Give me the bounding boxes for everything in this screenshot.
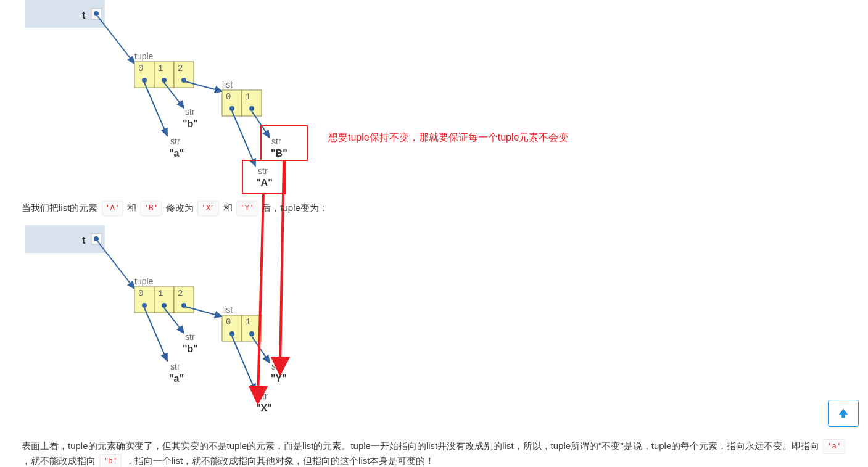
- var-t-label-2: t: [82, 235, 86, 246]
- str-label-B: str: [271, 136, 281, 146]
- svg-point-24: [249, 331, 254, 336]
- p2-t3: ，指向一个list，就不能改成指向其他对象，但指向的这个list本身是可变的！: [125, 455, 435, 466]
- list-cells: 0 1: [222, 90, 262, 116]
- list-idx-0: 0: [226, 92, 231, 102]
- list2-idx-0: 0: [226, 317, 231, 327]
- str-val-a: "a": [169, 148, 184, 159]
- str-val-a-2: "a": [169, 373, 184, 384]
- diagram-2: t tuple 0 1 2 str "b" str "a" list 0: [25, 225, 287, 413]
- svg-point-9: [249, 106, 254, 111]
- str-label-a-2: str: [170, 362, 180, 371]
- scroll-top-button[interactable]: [828, 400, 859, 427]
- arrow-t-tuple: [97, 16, 134, 64]
- str-val-b: "b": [183, 118, 198, 129]
- tuple-label-2: tuple: [134, 276, 154, 286]
- tuple2-idx-0: 0: [138, 289, 143, 299]
- p1-t2: 和: [127, 202, 136, 213]
- svg-point-10: [94, 236, 99, 241]
- svg-line-11: [97, 241, 134, 289]
- svg-point-8: [229, 106, 234, 111]
- str-val-X: "X": [256, 403, 272, 413]
- p2-t2: ，就不能改成指向: [22, 455, 96, 466]
- svg-rect-2: [174, 62, 194, 88]
- code-B: 'B': [140, 201, 162, 216]
- page: t tuple 0 1 2 str: [0, 0, 868, 467]
- paragraph-2: 表面上看，tuple的元素确实变了，但其实变的不是tuple的元素，而是list…: [22, 439, 851, 467]
- p1-t4: 和: [223, 202, 233, 213]
- svg-point-3: [142, 78, 147, 83]
- tuple-cells: 0 1 2: [134, 62, 194, 88]
- tuple-idx-0: 0: [138, 64, 143, 73]
- str-val-b-2: "b": [183, 344, 198, 354]
- arrow-tuple0-a: [144, 83, 167, 136]
- svg-rect-1: [154, 62, 174, 88]
- tuple-idx-1: 1: [158, 64, 163, 73]
- red-arrow-A-to-X: [258, 194, 263, 398]
- svg-line-18: [144, 308, 167, 361]
- tuple2-idx-1: 1: [158, 289, 163, 299]
- svg-point-4: [162, 78, 167, 83]
- str-label-a: str: [170, 136, 180, 146]
- list-label: list: [222, 80, 233, 89]
- diagram-1: t tuple 0 1 2 str: [25, 0, 307, 194]
- p1-t5: 后，tuple变为：: [262, 202, 328, 213]
- str-label-b: str: [185, 107, 195, 117]
- svg-line-25: [232, 336, 255, 391]
- code-A: 'A': [102, 201, 123, 216]
- str-label-A: str: [258, 166, 268, 176]
- tuple-idx-2: 2: [178, 64, 183, 73]
- diagram-layer: t tuple 0 1 2 str: [0, 0, 868, 467]
- svg-point-15: [142, 303, 147, 308]
- code-a-lc: 'a': [823, 439, 845, 454]
- var-t-label: t: [82, 10, 86, 20]
- list-idx-1: 1: [246, 92, 250, 102]
- svg-rect-14: [174, 287, 194, 313]
- arrow-list0-A: [232, 111, 255, 166]
- svg-point-16: [162, 303, 167, 308]
- var-t-dot: [94, 11, 99, 16]
- str-val-Y: "Y": [271, 373, 287, 384]
- str-val-B: "B": [271, 148, 287, 159]
- red-arrow-B-to-Y: [280, 160, 284, 369]
- list2-idx-1: 1: [246, 317, 250, 327]
- tuple2-idx-2: 2: [178, 289, 183, 299]
- list-label-2: list: [222, 305, 233, 315]
- svg-point-23: [229, 331, 234, 336]
- str-val-A: "A": [256, 178, 273, 188]
- paragraph-1: 当我们把list的元素 'A' 和 'B' 修改为 'X' 和 'Y' 后，tu…: [22, 201, 848, 216]
- p1-t1: 当我们把list的元素: [22, 202, 97, 213]
- p2-t1: 表面上看，tuple的元素确实变了，但其实变的不是tuple的元素，而是list…: [22, 440, 819, 451]
- annotation-text: 想要tuple保持不变，那就要保证每一个tuple元素不会变: [328, 132, 568, 143]
- str-label-b-2: str: [185, 332, 195, 342]
- p1-t3: 修改为: [166, 202, 194, 213]
- svg-rect-13: [154, 287, 174, 313]
- code-X: 'X': [197, 201, 219, 216]
- tuple-label: tuple: [134, 51, 154, 61]
- code-b-lc: 'b': [99, 454, 121, 467]
- arrow-up-icon: [837, 407, 850, 420]
- code-Y: 'Y': [236, 201, 258, 216]
- str-label-X: str: [258, 391, 268, 401]
